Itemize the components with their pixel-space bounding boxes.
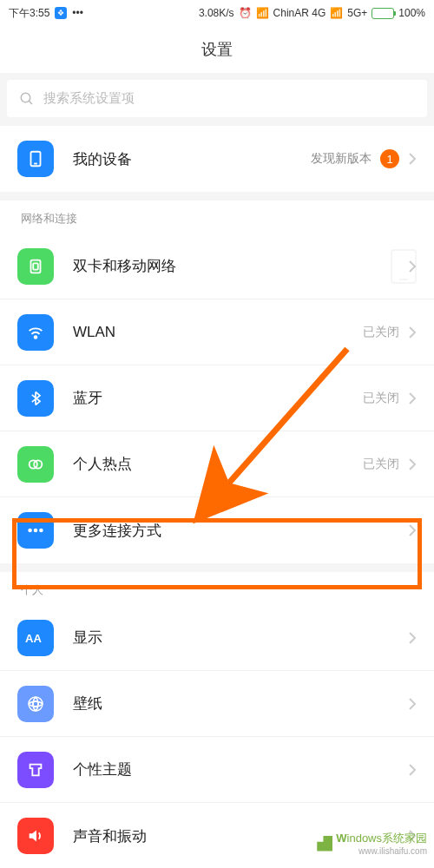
row-more-connections[interactable]: 更多连接方式	[0, 497, 434, 563]
row-bluetooth[interactable]: 蓝牙 已关闭	[0, 365, 434, 431]
status-battery: 100%	[398, 7, 425, 19]
search-icon	[19, 91, 35, 107]
device-hint: 发现新版本	[311, 151, 372, 167]
svg-point-9	[28, 529, 32, 533]
chevron-right-icon	[408, 326, 417, 339]
theme-icon	[17, 752, 54, 788]
wallpaper-icon	[17, 686, 54, 722]
svg-point-6	[35, 336, 37, 339]
row-label: 更多连接方式	[73, 521, 408, 541]
row-label: 壁纸	[73, 694, 408, 713]
svg-rect-4	[31, 260, 41, 273]
watermark: Windows系统家园 www.ilishaifu.com	[317, 831, 427, 856]
row-sim[interactable]: 双卡和移动网络	[0, 233, 434, 299]
phone-ghost-icon	[391, 249, 417, 284]
chevron-right-icon	[408, 391, 417, 405]
row-wallpaper[interactable]: 壁纸	[0, 671, 434, 737]
signal-icon: 📶	[256, 7, 269, 19]
chevron-right-icon	[408, 152, 417, 166]
svg-point-10	[34, 529, 38, 533]
row-wlan[interactable]: WLAN 已关闭	[0, 299, 434, 365]
display-icon: AA	[17, 620, 54, 656]
row-theme[interactable]: 个性主题	[0, 737, 434, 803]
section-header-personal: 个人	[0, 572, 434, 605]
hotspot-icon	[17, 446, 54, 483]
svg-point-0	[21, 93, 30, 102]
watermark-logo-icon	[317, 836, 332, 852]
row-hotspot[interactable]: 个人热点 已关闭	[0, 431, 434, 497]
row-my-device[interactable]: 我的设备 发现新版本 1	[0, 126, 434, 192]
svg-text:AA: AA	[25, 632, 42, 645]
update-badge: 1	[380, 149, 399, 168]
status-left: 下午3:55 ❖ •••	[9, 6, 83, 21]
battery-icon	[372, 8, 394, 19]
bluetooth-icon	[17, 380, 54, 417]
chevron-right-icon	[408, 457, 417, 471]
row-label: 个性主题	[73, 760, 408, 779]
wifi-icon	[17, 314, 54, 351]
status-right: 3.08K/s ⏰ 📶 ChinAR 4G 📶 5G+ 100%	[199, 7, 425, 19]
more-icon	[17, 512, 54, 549]
section-personal: 个人 AA 显示 壁纸 个性主题 声音和振动	[0, 572, 434, 868]
svg-line-1	[29, 101, 32, 104]
svg-point-11	[39, 529, 43, 533]
status-speed: 3.08K/s	[199, 7, 234, 19]
row-label: 我的设备	[73, 149, 311, 169]
row-label: WLAN	[73, 324, 363, 341]
section-network: 网络和连接 双卡和移动网络 WLAN 已关闭 蓝牙 已关闭	[0, 201, 434, 563]
section-top: 我的设备 发现新版本 1	[0, 126, 434, 192]
chevron-right-icon	[408, 523, 417, 537]
chevron-right-icon	[408, 697, 417, 711]
sim-icon	[17, 248, 54, 285]
row-label: 双卡和移动网络	[73, 256, 408, 276]
status-time: 下午3:55	[9, 6, 49, 21]
status-bar: 下午3:55 ❖ ••• 3.08K/s ⏰ 📶 ChinAR 4G 📶 5G+…	[0, 0, 434, 26]
chevron-right-icon	[408, 631, 417, 645]
watermark-text: indows系统家园	[347, 832, 427, 845]
row-label: 蓝牙	[73, 388, 363, 408]
chevron-right-icon	[408, 763, 417, 777]
wlan-status: 已关闭	[363, 325, 399, 340]
alarm-icon: ⏰	[239, 7, 252, 19]
device-icon	[17, 141, 54, 177]
status-app-icon: ❖	[55, 7, 67, 19]
status-carrier: ChinAR 4G	[273, 7, 326, 19]
row-label: 显示	[73, 628, 408, 648]
status-more-icon: •••	[72, 7, 83, 19]
sound-icon	[17, 818, 54, 854]
svg-rect-5	[33, 263, 38, 269]
svg-point-13	[29, 697, 43, 711]
search-input[interactable]: 搜索系统设置项	[7, 80, 427, 117]
search-placeholder: 搜索系统设置项	[43, 90, 135, 107]
row-display[interactable]: AA 显示	[0, 605, 434, 671]
section-header-network: 网络和连接	[0, 201, 434, 233]
signal-icon-2: 📶	[330, 7, 343, 19]
bt-status: 已关闭	[363, 391, 399, 406]
watermark-domain: www.ilishaifu.com	[336, 846, 427, 856]
hotspot-status: 已关闭	[363, 457, 399, 472]
row-label: 个人热点	[73, 454, 363, 474]
page-title: 设置	[0, 26, 434, 73]
status-5g: 5G+	[347, 7, 367, 19]
